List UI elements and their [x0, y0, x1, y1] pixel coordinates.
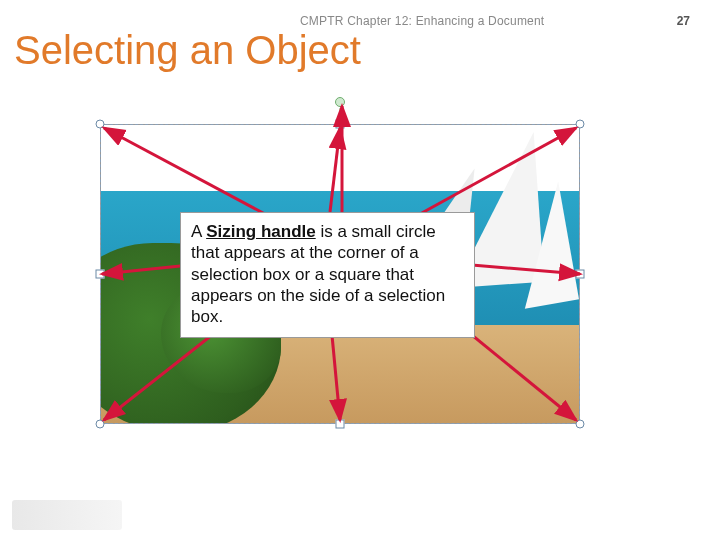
- rotation-handle[interactable]: [335, 97, 345, 107]
- sizing-handle-corner[interactable]: [576, 120, 585, 129]
- callout-term: Sizing handle: [206, 222, 316, 241]
- page-number: 27: [677, 14, 690, 28]
- chapter-label: CMPTR Chapter 12: Enhancing a Document: [300, 14, 544, 28]
- sizing-handle-corner[interactable]: [96, 120, 105, 129]
- publisher-logo: [12, 500, 122, 530]
- sizing-handle-corner[interactable]: [576, 420, 585, 429]
- sizing-handle-corner[interactable]: [96, 420, 105, 429]
- page-title: Selecting an Object: [14, 28, 361, 73]
- callout-lead: A: [191, 222, 206, 241]
- sizing-handle-side[interactable]: [576, 270, 585, 279]
- sizing-handle-side[interactable]: [96, 270, 105, 279]
- slide: CMPTR Chapter 12: Enhancing a Document 2…: [0, 0, 720, 540]
- callout-box: A Sizing handle is a small circle that a…: [180, 212, 475, 338]
- figure: A Sizing handle is a small circle that a…: [100, 124, 580, 424]
- sizing-handle-side[interactable]: [336, 420, 345, 429]
- sizing-handle-side[interactable]: [336, 120, 345, 129]
